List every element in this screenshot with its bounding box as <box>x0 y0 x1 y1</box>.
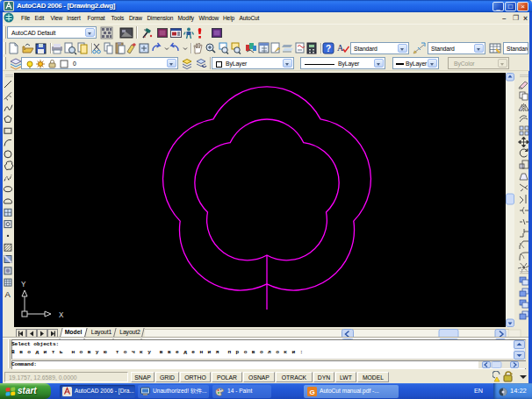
svg-text:A: A <box>337 43 344 53</box>
svg-text:X: X <box>59 311 64 320</box>
svg-text:A: A <box>5 289 11 299</box>
svg-text:G: G <box>310 388 315 396</box>
svg-text:Y: Y <box>21 281 26 289</box>
svg-text:?: ? <box>326 44 331 53</box>
